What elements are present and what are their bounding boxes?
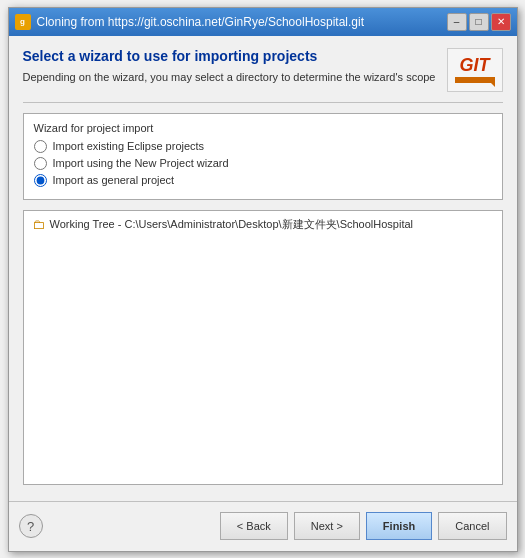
tree-panel[interactable]: 🗀 Working Tree - C:\Users\Administrator\… [23,210,503,485]
maximize-button[interactable]: □ [469,13,489,31]
dialog-content: Select a wizard to use for importing pro… [9,36,517,501]
header-text: Select a wizard to use for importing pro… [23,48,437,85]
radio-label-existing-eclipse[interactable]: Import existing Eclipse projects [53,140,205,152]
footer: ? < Back Next > Finish Cancel [9,501,517,551]
cancel-button[interactable]: Cancel [438,512,506,540]
wizard-group: Wizard for project import Import existin… [23,113,503,200]
git-logo-bar [455,77,495,83]
finish-button[interactable]: Finish [366,512,432,540]
tree-item-text: Working Tree - C:\Users\Administrator\De… [50,217,414,232]
radio-new-project[interactable] [34,157,47,170]
tree-item: 🗀 Working Tree - C:\Users\Administrator\… [28,215,498,234]
help-icon: ? [27,519,34,534]
radio-option-1[interactable]: Import existing Eclipse projects [34,140,492,153]
radio-existing-eclipse[interactable] [34,140,47,153]
header-section: Select a wizard to use for importing pro… [23,48,503,92]
dialog-title: Select a wizard to use for importing pro… [23,48,437,64]
header-divider [23,102,503,103]
radio-option-2[interactable]: Import using the New Project wizard [34,157,492,170]
wizard-group-label: Wizard for project import [34,122,492,134]
footer-buttons: < Back Next > Finish Cancel [220,512,507,540]
title-controls: – □ ✕ [447,13,511,31]
folder-icon: 🗀 [32,217,45,232]
main-window: g Cloning from https://git.oschina.net/G… [8,7,518,552]
radio-option-3[interactable]: Import as general project [34,174,492,187]
back-button[interactable]: < Back [220,512,288,540]
window-title: Cloning from https://git.oschina.net/Gin… [37,15,447,29]
radio-general-project[interactable] [34,174,47,187]
next-button[interactable]: Next > [294,512,360,540]
git-logo: GIT [447,48,503,92]
minimize-button[interactable]: – [447,13,467,31]
help-button[interactable]: ? [19,514,43,538]
radio-label-general-project[interactable]: Import as general project [53,174,175,186]
close-button[interactable]: ✕ [491,13,511,31]
title-bar: g Cloning from https://git.oschina.net/G… [9,8,517,36]
radio-label-new-project[interactable]: Import using the New Project wizard [53,157,229,169]
dialog-description: Depending on the wizard, you may select … [23,70,437,85]
git-logo-text: GIT [460,56,490,74]
window-icon: g [15,14,31,30]
